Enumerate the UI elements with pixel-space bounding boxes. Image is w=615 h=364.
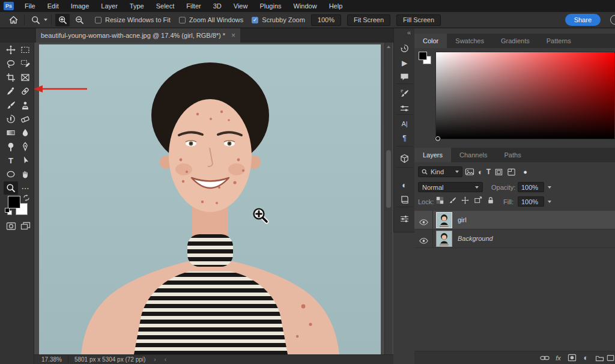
fill-caret-icon[interactable] [548, 201, 551, 203]
shape-tool[interactable] [4, 168, 18, 181]
quick-mask-button[interactable] [4, 219, 18, 232]
collapse-panels-icon[interactable]: « [407, 29, 411, 36]
color-picker-field[interactable] [435, 52, 615, 139]
zoom-100-button[interactable]: 100% [311, 14, 341, 26]
brush-tool[interactable] [4, 99, 18, 112]
libraries-panel-icon[interactable] [394, 193, 415, 206]
tab-layers[interactable]: Layers [414, 148, 451, 162]
menu-3d[interactable]: 3D [207, 0, 228, 12]
lock-artboard-icon[interactable] [474, 196, 482, 204]
history-panel-icon[interactable] [394, 41, 415, 55]
filter-pixel-layers-icon[interactable] [465, 167, 474, 177]
tab-color[interactable]: Color [414, 34, 447, 48]
brush-settings-panel-icon[interactable] [394, 86, 415, 100]
fit-screen-button[interactable]: Fit Screen [347, 14, 390, 26]
menu-filter[interactable]: Filter [180, 0, 207, 12]
panel-foreground-swatch[interactable] [419, 52, 427, 60]
clone-stamp-tool[interactable] [18, 99, 32, 112]
menu-image[interactable]: Image [65, 0, 95, 12]
menu-file[interactable]: File [19, 0, 41, 12]
blur-tool[interactable] [18, 126, 32, 139]
swap-colors-icon[interactable] [23, 195, 30, 201]
3d-panel-icon[interactable] [394, 152, 415, 165]
tab-patterns[interactable]: Patterns [538, 34, 580, 48]
layer-visibility-girl[interactable] [419, 217, 428, 228]
vertical-scrollbar-thumb[interactable] [386, 150, 391, 208]
eraser-tool[interactable] [18, 112, 32, 126]
blend-mode-select[interactable]: Normal [418, 182, 483, 192]
new-group-icon[interactable] [593, 353, 607, 363]
tab-swatches[interactable]: Swatches [447, 34, 492, 48]
search-circle-icon[interactable] [610, 15, 615, 25]
lock-position-icon[interactable] [461, 196, 469, 204]
status-popup-arrow-2[interactable]: ‹ [165, 356, 166, 363]
resize-windows-checkbox[interactable] [95, 17, 101, 23]
character-panel-icon[interactable]: A| [394, 117, 415, 130]
vertical-scrollbar[interactable] [384, 43, 392, 354]
layer-thumbnail-girl[interactable] [436, 212, 452, 228]
home-button[interactable] [6, 14, 20, 26]
crop-tool[interactable] [4, 71, 18, 84]
layer-row-girl[interactable]: girl [414, 211, 615, 229]
layer-effects-icon[interactable]: fx [551, 353, 565, 363]
history-brush-tool[interactable] [4, 112, 18, 126]
eyedropper-tool[interactable] [4, 85, 18, 98]
filter-adjustment-layers-icon[interactable]: ◐ [478, 168, 483, 177]
menu-view[interactable]: View [228, 0, 254, 12]
filter-shape-layers-icon[interactable] [494, 168, 503, 177]
path-selection-tool[interactable] [18, 154, 32, 167]
layer-thumbnail-background[interactable] [436, 231, 452, 247]
lock-all-icon[interactable] [487, 196, 494, 204]
menu-help[interactable]: Help [323, 0, 349, 12]
zoom-tool-preset[interactable] [28, 14, 43, 26]
add-layer-mask-icon[interactable] [565, 353, 579, 363]
zoom-all-checkbox[interactable] [179, 17, 186, 23]
spot-healing-brush-tool[interactable] [18, 85, 32, 98]
status-zoom-level[interactable]: 17.38% [41, 356, 62, 363]
fill-input[interactable]: 100% [518, 196, 544, 207]
actions-panel-icon[interactable]: ▶ [394, 56, 415, 70]
document-tab[interactable]: beautiful-young-woman-with-acne.jpg @ 17… [36, 28, 240, 43]
menu-layer[interactable]: Layer [95, 0, 124, 12]
opacity-caret-icon[interactable] [548, 186, 551, 189]
tool-settings-panel-icon[interactable] [394, 102, 415, 115]
hand-tool[interactable] [18, 168, 32, 181]
layer-visibility-background[interactable] [419, 235, 428, 246]
type-tool[interactable]: T [4, 154, 18, 167]
filter-toggle-pin-icon[interactable]: ● [523, 168, 527, 175]
close-tab-icon[interactable]: × [231, 31, 235, 40]
layer-filter-kind-select[interactable]: Kind [418, 166, 462, 177]
color-picker-selector[interactable] [435, 136, 440, 141]
menu-plugins[interactable]: Plugins [253, 0, 287, 12]
status-popup-arrow[interactable]: › [154, 356, 156, 363]
marquee-tool[interactable] [18, 43, 32, 56]
adjustments-panel-icon[interactable]: ◐ [394, 178, 415, 192]
share-button[interactable]: Share [565, 14, 601, 26]
scroll-up-arrow-icon[interactable] [387, 46, 390, 48]
tab-gradients[interactable]: Gradients [492, 34, 538, 48]
move-tool[interactable] [4, 43, 18, 56]
opacity-input[interactable]: 100% [518, 182, 544, 192]
filter-smart-objects-icon[interactable] [507, 168, 516, 177]
filter-type-layers-icon[interactable]: T [486, 168, 491, 176]
tab-paths[interactable]: Paths [496, 148, 530, 162]
frame-tool[interactable] [18, 71, 32, 84]
lasso-tool[interactable] [4, 57, 18, 70]
paragraph-panel-icon[interactable]: ¶ [394, 132, 415, 145]
scrubby-zoom-checkbox[interactable]: ✓ [252, 17, 258, 23]
new-layer-icon[interactable] [607, 353, 615, 363]
default-colors-black-icon[interactable] [5, 208, 10, 213]
lock-transparency-icon[interactable] [436, 196, 444, 204]
new-adjustment-layer-icon[interactable]: ◐ [579, 353, 593, 363]
edit-toolbar-button[interactable]: ⋯ [18, 181, 32, 195]
menu-select[interactable]: Select [150, 0, 181, 12]
fill-screen-button[interactable]: Fill Screen [396, 14, 441, 26]
zoom-tool[interactable] [4, 181, 18, 195]
tool-preset-caret-icon[interactable] [44, 19, 47, 21]
screen-mode-button[interactable] [18, 219, 32, 232]
layer-name-girl[interactable]: girl [458, 216, 467, 223]
pen-tool[interactable] [18, 140, 32, 153]
layer-row-background[interactable]: Background [414, 229, 615, 248]
layer-name-background[interactable]: Background [458, 235, 493, 242]
photoshop-logo-icon[interactable]: Ps [4, 2, 14, 10]
